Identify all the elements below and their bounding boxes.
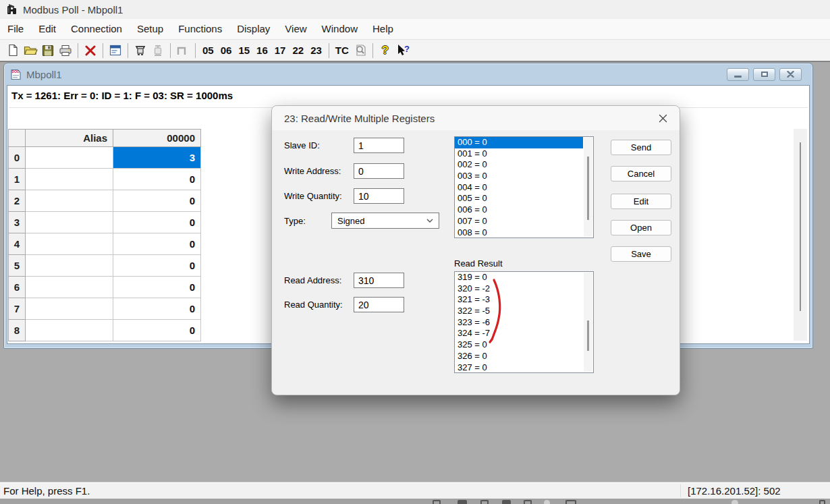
list-item[interactable]: 325 = 0 (455, 339, 593, 351)
grid-cell[interactable]: 0 (113, 320, 201, 341)
function-code-17-button[interactable]: 17 (271, 45, 289, 56)
save-button[interactable] (39, 42, 57, 59)
communication-log-button[interactable] (352, 42, 369, 59)
write-quantity-input[interactable] (354, 188, 404, 204)
grid-row-header[interactable]: 1 (9, 169, 26, 190)
cancel-button[interactable]: Cancel (611, 166, 671, 181)
grid-row-header[interactable]: 8 (9, 320, 26, 341)
menu-help[interactable]: Help (365, 19, 401, 39)
close-document-button[interactable] (779, 68, 802, 81)
list-item[interactable]: 005 = 0 (455, 193, 593, 204)
list-item[interactable]: 319 = 0 (455, 272, 593, 283)
function-code-05-button[interactable]: 05 (199, 45, 217, 56)
display-setup-button[interactable] (107, 42, 124, 59)
grid-cell[interactable] (26, 255, 113, 277)
function-code-23-button[interactable]: 23 (307, 45, 325, 56)
menu-edit[interactable]: Edit (31, 19, 63, 39)
read-list-scrollbar[interactable] (584, 273, 592, 372)
grid-cell[interactable] (26, 277, 113, 298)
list-item[interactable]: 321 = -3 (455, 294, 593, 306)
poll-stop-button[interactable] (149, 42, 167, 59)
menu-display[interactable]: Display (229, 19, 277, 39)
grid-row-header[interactable]: 0 (9, 147, 26, 169)
grid-cell[interactable]: 0 (113, 169, 201, 190)
list-item[interactable]: 003 = 0 (455, 171, 593, 182)
open-file-button[interactable] (22, 42, 39, 59)
list-item[interactable]: 326 = 0 (455, 351, 593, 362)
grid-cell[interactable] (26, 298, 113, 320)
read-result-list[interactable]: 319 = 0320 = -2321 = -3322 = -5323 = -63… (454, 271, 594, 373)
minimize-button[interactable] (727, 68, 749, 81)
print-button[interactable] (57, 42, 74, 59)
menu-window[interactable]: Window (314, 19, 365, 39)
list-item[interactable]: 002 = 0 (455, 159, 593, 171)
scrollbar-thumb[interactable] (587, 157, 589, 220)
dialog-close-button[interactable] (657, 112, 669, 124)
list-item[interactable]: 007 = 0 (455, 216, 593, 227)
grid-cell[interactable]: 0 (113, 212, 201, 233)
write-list-scrollbar[interactable] (584, 138, 592, 237)
grid-cell[interactable] (26, 320, 113, 341)
grid-row-header[interactable]: 5 (9, 255, 26, 277)
list-item[interactable]: 323 = -6 (455, 317, 593, 329)
restore-button[interactable] (753, 68, 775, 81)
about-help-button[interactable]: ? (377, 42, 394, 59)
grid-column-header[interactable]: 00000 (113, 130, 201, 147)
list-item[interactable]: 004 = 0 (455, 182, 593, 194)
grid-cell[interactable] (26, 147, 113, 169)
grid-row-header[interactable]: 6 (9, 277, 26, 298)
grid-row-header[interactable]: 4 (9, 233, 26, 255)
grid-cell[interactable] (26, 190, 113, 212)
list-item[interactable]: 327 = 0 (455, 362, 593, 374)
slave-id-input[interactable] (354, 138, 404, 153)
function-code-16-button[interactable]: 16 (253, 45, 271, 56)
list-item[interactable]: 320 = -2 (455, 283, 593, 295)
function-code-06-button[interactable]: 06 (217, 45, 236, 56)
grid-cell[interactable]: 0 (113, 190, 201, 212)
grid-cell[interactable]: 0 (113, 255, 201, 277)
grid-row-header[interactable]: 7 (9, 298, 26, 320)
menu-connection[interactable]: Connection (63, 19, 130, 39)
test-center-button[interactable]: TC (333, 45, 352, 56)
menu-functions[interactable]: Functions (171, 19, 229, 39)
document-vertical-scrollbar[interactable] (794, 129, 807, 341)
type-select[interactable]: Signed (331, 213, 439, 229)
grid-cell[interactable] (26, 233, 113, 255)
open-button[interactable]: Open (611, 220, 671, 235)
list-item[interactable]: 008 = 0 (455, 227, 593, 239)
new-file-button[interactable] (4, 42, 22, 59)
grid-cell[interactable]: 3 (113, 147, 201, 169)
grid-cell[interactable]: 0 (113, 298, 201, 320)
list-item[interactable]: 000 = 0 (455, 137, 583, 148)
grid-cell[interactable] (26, 212, 113, 233)
grid-cell[interactable]: 0 (113, 233, 201, 255)
read-address-input[interactable] (354, 273, 404, 288)
grid-row-header[interactable]: 2 (9, 190, 26, 212)
menu-view[interactable]: View (277, 19, 314, 39)
save-button[interactable]: Save (611, 246, 671, 262)
list-item[interactable]: 001 = 0 (455, 148, 593, 160)
list-item[interactable]: 006 = 0 (455, 204, 593, 216)
function-code-22-button[interactable]: 22 (289, 45, 307, 56)
list-item[interactable]: 324 = -7 (455, 328, 593, 339)
context-help-button[interactable]: ? (394, 42, 412, 59)
single-pulse-button[interactable] (174, 42, 192, 59)
menu-setup[interactable]: Setup (130, 19, 171, 39)
menu-file[interactable]: File (0, 19, 31, 39)
scrollbar-thumb[interactable] (587, 320, 589, 351)
write-values-list[interactable]: 000 = 0001 = 0002 = 0003 = 0004 = 0005 =… (454, 136, 594, 238)
scrollbar-thumb[interactable] (800, 142, 801, 311)
grid-row-header[interactable]: 3 (9, 212, 26, 233)
read-quantity-input[interactable] (354, 297, 404, 312)
list-item[interactable]: 322 = -5 (455, 306, 593, 317)
delete-button[interactable] (82, 42, 99, 59)
write-address-input[interactable] (354, 163, 404, 179)
send-button[interactable]: Send (611, 140, 671, 155)
poll-button[interactable] (132, 42, 149, 59)
grid-cell[interactable]: 0 (113, 277, 201, 298)
grid-cell[interactable] (26, 169, 113, 190)
edit-button[interactable]: Edit (611, 194, 671, 209)
grid-column-header[interactable]: Alias (26, 130, 113, 147)
grid-corner-header[interactable] (9, 130, 26, 147)
function-code-15-button[interactable]: 15 (235, 45, 253, 56)
